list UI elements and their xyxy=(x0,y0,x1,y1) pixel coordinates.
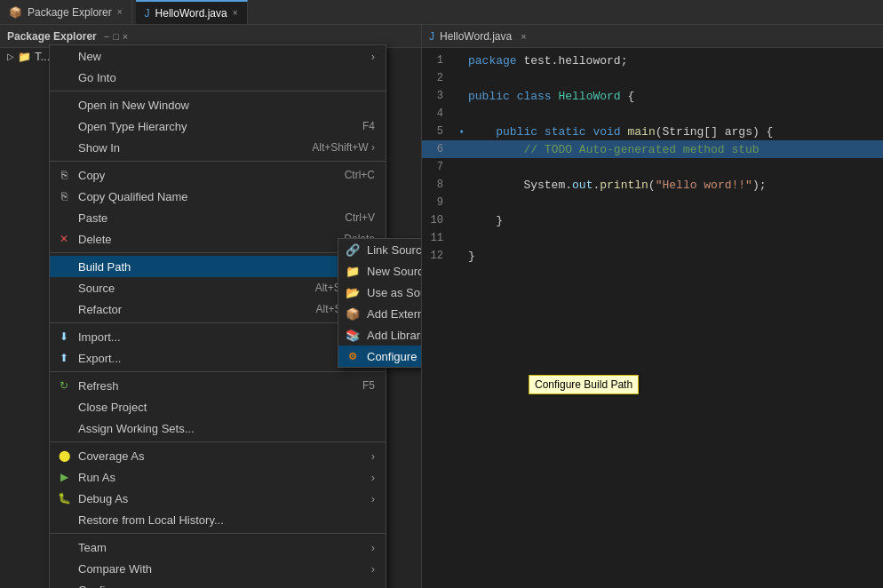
java-file-icon: J xyxy=(429,30,434,43)
menu-item-restore-local-history[interactable]: Restore from Local History... xyxy=(50,509,386,530)
line-num-1: 1 xyxy=(422,54,454,67)
separator-2 xyxy=(50,161,386,162)
menu-item-build-path-label: Build Path xyxy=(78,260,131,274)
menu-item-refresh-label: Refresh xyxy=(78,379,119,393)
menu-item-refactor[interactable]: Refactor Alt+Shift+T › xyxy=(50,298,386,320)
separator-4 xyxy=(50,322,386,323)
menu-item-compare-with[interactable]: Compare With › xyxy=(50,558,386,579)
menu-item-close-project-label: Close Project xyxy=(78,401,147,414)
submenu-item-configure-build-path[interactable]: ⚙ Configure Build Path... xyxy=(338,346,422,367)
run-icon: ▶ xyxy=(57,470,71,484)
menu-item-build-path[interactable]: Build Path › xyxy=(50,256,386,277)
code-line-5: 5 ⬥ public static void main(String[] arg… xyxy=(422,123,883,140)
menu-item-paste[interactable]: Paste Ctrl+V xyxy=(50,207,386,228)
debug-icon: 🐛 xyxy=(57,491,71,505)
menu-arrow-new: › xyxy=(371,50,375,63)
code-editor-header: J HelloWord.java × xyxy=(422,25,883,48)
submenu-item-add-libraries[interactable]: 📚 Add Libraries... xyxy=(338,324,422,346)
menu-item-import[interactable]: ⬇ Import... xyxy=(50,326,386,347)
menu-item-open-new-window[interactable]: Open in New Window xyxy=(50,94,386,115)
new-source-folder-icon: 📁 xyxy=(346,264,360,278)
menu-item-go-into-label: Go Into xyxy=(78,71,116,84)
submenu-item-add-libraries-label: Add Libraries... xyxy=(367,329,422,342)
menu-item-paste-label: Paste xyxy=(78,211,107,225)
code-line-11: 11 xyxy=(422,229,883,247)
menu-item-team-label: Team xyxy=(78,541,107,554)
line-num-9: 9 xyxy=(422,196,454,209)
menu-item-export[interactable]: ⬆ Export... xyxy=(50,347,386,369)
copy-icon: ⎘ xyxy=(57,168,71,182)
menu-item-show-in-label: Show In xyxy=(78,141,120,155)
menu-item-copy[interactable]: ⎘ Copy Ctrl+C xyxy=(50,164,386,186)
gutter-5: ⬥ xyxy=(454,127,468,136)
menu-arrow-compare: › xyxy=(371,562,375,576)
code-line-1: 1 package test.helloword; xyxy=(422,52,883,69)
panel-close-icon[interactable]: × xyxy=(123,31,128,42)
tab-package-explorer[interactable]: 📦 Package Explorer × xyxy=(0,0,132,24)
menu-item-assign-working-sets[interactable]: Assign Working Sets... xyxy=(50,417,386,439)
menu-item-run-as[interactable]: ▶ Run As › xyxy=(50,466,386,488)
shortcut-show-in: Alt+Shift+W › xyxy=(312,141,375,154)
editor-file-icon: J xyxy=(145,7,150,20)
menu-item-import-label: Import... xyxy=(78,330,121,344)
menu-item-assign-working-sets-label: Assign Working Sets... xyxy=(78,422,195,435)
menu-item-team[interactable]: Team › xyxy=(50,536,386,558)
code-line-6: 6 // TODO Auto-generated method stub xyxy=(422,140,883,158)
menu-item-show-in[interactable]: Show In Alt+Shift+W › xyxy=(50,137,386,158)
submenu-item-link-source-label: Link Source... xyxy=(367,243,422,257)
submenu-item-link-source[interactable]: 🔗 Link Source... xyxy=(338,239,422,260)
submenu-item-add-external-archives[interactable]: 📦 Add External Archives... xyxy=(338,303,422,324)
submenu-item-new-source-folder-label: New Source Folder... xyxy=(367,265,422,278)
menu-item-delete-label: Delete xyxy=(78,233,112,246)
line-num-10: 10 xyxy=(422,214,454,226)
shortcut-refresh: F5 xyxy=(362,379,375,392)
line-num-11: 11 xyxy=(422,232,454,244)
submenu-item-use-as-source-label: Use as Source Folder xyxy=(367,286,422,299)
add-external-archives-icon: 📦 xyxy=(346,306,360,321)
menu-item-close-project[interactable]: Close Project xyxy=(50,396,386,417)
menu-item-new[interactable]: New › xyxy=(50,45,386,67)
tree-folder-icon: 📁 xyxy=(18,51,31,63)
menu-item-restore-label: Restore from Local History... xyxy=(78,513,224,527)
line-content-1: package test.helloword; xyxy=(468,54,883,68)
ide-container: 📦 Package Explorer × J HelloWord.java × … xyxy=(0,0,883,588)
line-content-5: public static void main(String[] args) { xyxy=(468,125,883,139)
code-line-8: 8 System.out.println("Hello word!!"); xyxy=(422,176,883,194)
menu-item-configure-label: Configure xyxy=(78,584,128,589)
menu-item-refresh[interactable]: ↻ Refresh F5 xyxy=(50,375,386,396)
package-explorer-tab-close[interactable]: × xyxy=(117,7,123,17)
code-line-4: 4 xyxy=(422,105,883,123)
tree-expand-icon: ▷ xyxy=(7,52,14,61)
submenu-item-add-external-archives-label: Add External Archives... xyxy=(367,307,422,321)
menu-item-coverage-as[interactable]: ⬤ Coverage As › xyxy=(50,445,386,466)
menu-item-copy-qualified[interactable]: ⎘ Copy Qualified Name xyxy=(50,186,386,207)
tab-editor[interactable]: J HelloWord.java × xyxy=(136,0,248,24)
editor-tab-close[interactable]: × xyxy=(233,8,238,18)
menu-arrow-team: › xyxy=(371,541,375,554)
menu-item-go-into[interactable]: Go Into xyxy=(50,67,386,88)
shortcut-copy: Ctrl+C xyxy=(345,169,375,181)
import-icon: ⬇ xyxy=(57,330,71,344)
use-as-source-icon: 📂 xyxy=(346,285,360,299)
submenu-item-use-as-source[interactable]: 📂 Use as Source Folder xyxy=(338,282,422,303)
menu-item-refactor-label: Refactor xyxy=(78,303,122,316)
menu-arrow-run: › xyxy=(371,471,375,484)
panel-minimize-icon[interactable]: − xyxy=(104,31,109,42)
tooltip-text: Configure Build Path xyxy=(535,378,632,391)
menu-item-configure[interactable]: Configure › xyxy=(50,579,386,588)
menu-item-coverage-as-label: Coverage As xyxy=(78,449,144,463)
separator-1 xyxy=(50,91,386,91)
menu-arrow-debug: › xyxy=(371,492,375,505)
menu-item-open-type-hierarchy[interactable]: Open Type Hierarchy F4 xyxy=(50,115,386,137)
menu-item-delete[interactable]: ✕ Delete Delete xyxy=(50,228,386,250)
panel-maximize-icon[interactable]: □ xyxy=(113,31,119,42)
panel-title: Package Explorer xyxy=(7,30,97,43)
menu-item-source[interactable]: Source Alt+Shift+S › xyxy=(50,277,386,298)
export-icon: ⬆ xyxy=(57,351,71,365)
delete-icon: ✕ xyxy=(57,232,71,246)
submenu-item-new-source-folder[interactable]: 📁 New Source Folder... xyxy=(338,260,422,282)
code-line-2: 2 xyxy=(422,69,883,87)
line-num-12: 12 xyxy=(422,250,454,262)
menu-item-debug-as[interactable]: 🐛 Debug As › xyxy=(50,488,386,509)
editor-file-close[interactable]: × xyxy=(521,31,526,42)
